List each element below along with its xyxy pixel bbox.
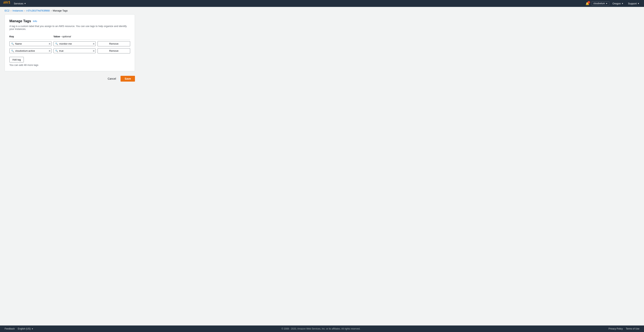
services-button[interactable]: Services ▼ (12, 1, 28, 6)
search-icon: 🔍 (11, 50, 14, 52)
remove-tag-1-button[interactable]: Remove (98, 41, 130, 46)
region-label: Oregon (612, 2, 620, 5)
breadcrumb-sep-3: › (51, 9, 52, 12)
language-button[interactable]: English (US) ▼ (18, 328, 33, 330)
search-icon: 🔍 (55, 50, 58, 52)
footer-left: Feedback English (US) ▼ (4, 328, 33, 330)
actions-row: Cancel Save (4, 76, 135, 82)
cancel-button[interactable]: Cancel (106, 76, 118, 81)
key-input-wrapper-2: 🔍 ✕ (10, 48, 52, 53)
aws-logo (3, 1, 10, 6)
value-column-header: Value - optional (54, 35, 96, 38)
account-label: cloudvelum (594, 2, 605, 5)
card-description: A tag is a custom label that you assign … (10, 25, 130, 30)
nav-right: 🔔 1 cloudvelum ▼ Oregon ▼ Support ▼ (585, 1, 641, 6)
notification-button[interactable]: 🔔 1 (585, 1, 590, 6)
more-tags-hint: You can add 48 more tags (10, 63, 130, 66)
support-chevron-icon: ▼ (638, 2, 640, 4)
support-button[interactable]: Support ▼ (626, 1, 641, 6)
language-label: English (US) (18, 328, 31, 330)
value-input-wrapper-1: 🔍 ✕ (54, 41, 96, 46)
region-chevron-icon: ▼ (622, 2, 624, 4)
page-title: Manage Tags (10, 19, 31, 23)
terms-of-use-link[interactable]: Terms of Use (626, 328, 640, 330)
card-header: Manage Tags Info (10, 19, 130, 23)
info-link[interactable]: Info (33, 20, 37, 22)
region-button[interactable]: Oregon ▼ (611, 1, 625, 6)
footer-copyright: © 2008 - 2020, Amazon Web Services, Inc.… (33, 328, 608, 330)
main-content: Manage Tags Info A tag is a custom label… (0, 14, 644, 326)
search-icon: 🔍 (55, 42, 58, 45)
key-column-header: Key (10, 35, 52, 38)
value-input-1[interactable] (59, 42, 92, 45)
feedback-link[interactable]: Feedback (4, 328, 15, 330)
remove-tag-2-button[interactable]: Remove (98, 48, 130, 53)
clear-key-2-button[interactable]: ✕ (48, 50, 51, 52)
notification-badge: 1 (588, 1, 590, 4)
breadcrumb-ec2[interactable]: EC2 (4, 9, 10, 12)
footer-right: Privacy Policy Terms of Use (608, 328, 640, 330)
breadcrumb-instance-id[interactable]: i-07c281f74d763f868 (26, 9, 50, 12)
breadcrumb-sep-1: › (10, 9, 11, 12)
services-label: Services (14, 2, 24, 5)
account-button[interactable]: cloudvelum ▼ (592, 1, 610, 5)
key-input-wrapper-1: 🔍 ✕ (10, 41, 52, 46)
table-row: 🔍 ✕ 🔍 ✕ Remove (10, 41, 130, 46)
breadcrumb-current: Manage Tags (53, 9, 68, 12)
footer: Feedback English (US) ▼ © 2008 - 2020, A… (0, 326, 644, 332)
manage-tags-card: Manage Tags Info A tag is a custom label… (4, 14, 135, 71)
top-navigation: Services ▼ 🔔 1 cloudvelum ▼ Oregon ▼ Sup… (0, 0, 644, 7)
services-chevron-icon: ▼ (24, 2, 26, 4)
privacy-policy-link[interactable]: Privacy Policy (608, 328, 623, 330)
support-label: Support (628, 2, 637, 5)
breadcrumb: EC2 › Instances › i-07c281f74d763f868 › … (0, 7, 644, 14)
search-icon: 🔍 (11, 42, 14, 45)
clear-value-2-button[interactable]: ✕ (92, 50, 95, 52)
value-input-wrapper-2: 🔍 ✕ (54, 48, 96, 53)
value-input-2[interactable] (59, 49, 92, 52)
clear-value-1-button[interactable]: ✕ (92, 42, 95, 45)
clear-key-1-button[interactable]: ✕ (48, 42, 51, 45)
save-button[interactable]: Save (120, 76, 135, 82)
breadcrumb-sep-2: › (24, 9, 25, 12)
language-chevron-icon: ▼ (32, 328, 33, 330)
add-tag-button[interactable]: Add tag (10, 57, 24, 62)
key-input-1[interactable] (15, 42, 47, 45)
account-chevron-icon: ▼ (606, 2, 608, 4)
tags-header: Key Value - optional (10, 33, 130, 40)
key-input-2[interactable] (15, 49, 47, 52)
table-row: 🔍 ✕ 🔍 ✕ Remove (10, 48, 130, 53)
nav-left: Services ▼ (3, 1, 28, 6)
breadcrumb-instances[interactable]: Instances (12, 9, 23, 12)
